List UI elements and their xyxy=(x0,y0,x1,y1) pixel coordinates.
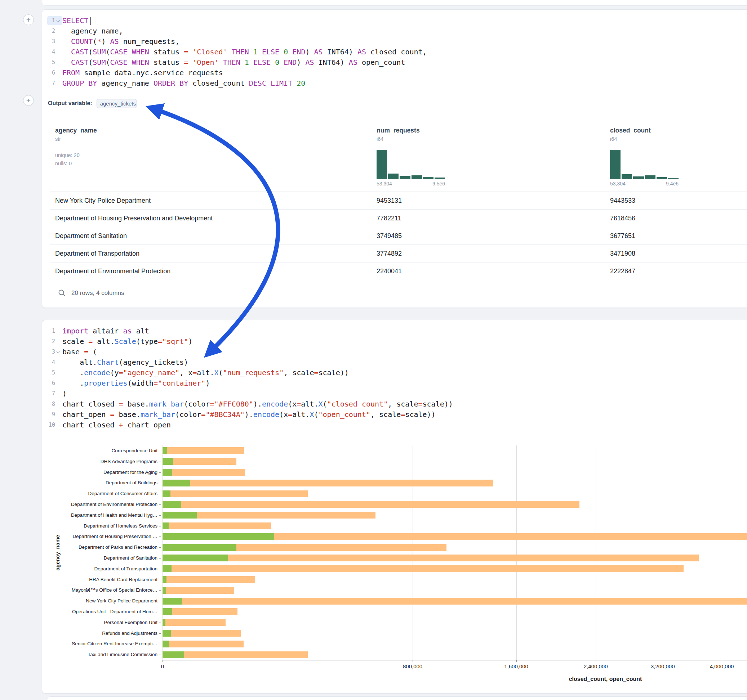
python-code-editor[interactable]: 1import altair as alt2scale = alt.Scale(… xyxy=(42,320,747,430)
add-cell-button[interactable]: + xyxy=(23,14,34,25)
bar-closed_count xyxy=(163,447,244,454)
column-stats: unique: 20nulls: 0 xyxy=(55,151,372,168)
code-line[interactable]: 7GROUP BY agency_name ORDER BY closed_co… xyxy=(42,78,747,89)
code-line[interactable]: 3base = ( xyxy=(42,347,747,357)
table-row[interactable]: Department of Sanitation37494853677651 xyxy=(50,227,747,245)
code-line[interactable]: 4 CAST(SUM(CASE WHEN status = 'Closed' T… xyxy=(42,47,747,57)
bar-closed_count xyxy=(163,565,683,572)
y-axis-label: Department of Transportation xyxy=(47,564,157,574)
code-text: CAST(SUM(CASE WHEN status = 'Open' THEN … xyxy=(55,57,405,68)
table-row[interactable]: Department of Environmental Protection22… xyxy=(50,262,747,280)
column-header-agency_name[interactable]: agency_namestrunique: 20nulls: 0 xyxy=(50,127,372,187)
collapse-chevron-icon[interactable] xyxy=(57,19,60,22)
y-tick xyxy=(159,655,161,655)
code-line[interactable]: 5 .encode(y="agency_name", x=alt.X("num_… xyxy=(42,368,747,378)
bar-closed_count xyxy=(163,480,493,486)
y-tick xyxy=(159,494,161,494)
y-tick xyxy=(159,526,161,527)
x-tick-label: 0 xyxy=(161,663,164,669)
code-line[interactable]: 3 COUNT(*) AS num_requests, xyxy=(42,36,747,47)
column-header-num_requests[interactable]: num_requestsi6453,3049.5e6 xyxy=(372,127,605,187)
table-cell: 7782211 xyxy=(372,214,605,222)
bar-closed_count xyxy=(163,652,308,658)
y-axis-label: Personal Exemption Unit xyxy=(47,617,157,628)
code-text: .encode(y="agency_name", x=alt.X("num_re… xyxy=(55,368,349,378)
bar-closed_count xyxy=(163,555,699,561)
bar-open_count xyxy=(163,512,197,519)
line-number: 4 xyxy=(42,47,55,57)
code-line[interactable]: 10chart_closed + chart_open xyxy=(42,420,747,430)
x-tick-label: 2,400,000 xyxy=(584,663,608,669)
python-cell: 1import altair as alt2scale = alt.Scale(… xyxy=(42,320,747,694)
y-axis-label: Department of Consumer Affairs xyxy=(47,488,157,499)
code-line[interactable]: 7) xyxy=(42,389,747,399)
column-type: str xyxy=(55,136,372,142)
code-line[interactable]: 6 .properties(width="container") xyxy=(42,378,747,389)
line-number: 5 xyxy=(42,368,55,378)
add-cell-button[interactable]: + xyxy=(23,95,34,106)
table-cell: 2240041 xyxy=(372,267,605,275)
gridline xyxy=(722,445,722,660)
bar-closed_count xyxy=(163,501,579,508)
bar-open_count xyxy=(163,565,171,572)
y-axis-label: Department of Environmental Protection xyxy=(47,499,157,510)
y-tick xyxy=(159,472,161,473)
code-line[interactable]: 1SELECT xyxy=(42,15,747,26)
results-table: agency_namestrunique: 20nulls: 0num_requ… xyxy=(50,118,747,280)
histogram-range: 53,3049.5e6 xyxy=(377,181,445,187)
y-axis-label: Refunds and Adjustments xyxy=(47,628,157,639)
code-text: alt.Chart(agency_tickets) xyxy=(55,357,188,368)
table-row[interactable]: New York City Police Department945313194… xyxy=(50,192,747,210)
y-axis-label: Department of Homeless Services xyxy=(47,520,157,531)
bar-open_count xyxy=(163,522,169,530)
code-line[interactable]: 6FROM sample_data.nyc.service_requests xyxy=(42,68,747,78)
bar-closed_count xyxy=(163,576,255,583)
bar-open_count xyxy=(163,619,165,626)
text-cursor xyxy=(91,17,91,25)
bar-open_count xyxy=(163,544,236,551)
code-line[interactable]: 2scale = alt.Scale(type="sqrt") xyxy=(42,336,747,347)
line-number: 9 xyxy=(42,409,55,420)
code-line[interactable]: 9chart_open = base.mark_bar(color="#8BC3… xyxy=(42,409,747,420)
code-line[interactable]: 1import altair as alt xyxy=(42,326,747,336)
y-axis-label: Mayorâ€™s Office of Special Enforce… xyxy=(47,585,157,596)
code-text: scale = alt.Scale(type="sqrt") xyxy=(55,336,192,347)
table-dimensions: 20 rows, 4 columns xyxy=(71,290,124,297)
table-cell: Department of Environmental Protection xyxy=(50,267,372,275)
code-text: .properties(width="container") xyxy=(55,378,210,389)
output-variable-chip[interactable]: agency_tickets xyxy=(97,99,137,108)
code-line[interactable]: 2 agency_name, xyxy=(42,26,747,36)
code-text: ) xyxy=(55,389,67,399)
bar-closed_count xyxy=(163,619,225,626)
code-text: COUNT(*) AS num_requests, xyxy=(55,36,180,47)
y-tick xyxy=(159,601,161,601)
table-cell: 7618456 xyxy=(605,214,747,222)
table-row[interactable]: Department of Housing Preservation and D… xyxy=(50,210,747,227)
code-line[interactable]: 8chart_closed = base.mark_bar(color="#FF… xyxy=(42,399,747,409)
bar-open_count xyxy=(163,458,173,465)
code-text: import altair as alt xyxy=(55,326,149,336)
x-tick-label: 800,000 xyxy=(403,663,422,669)
y-axis-label: Department of Health and Mental Hyg… xyxy=(47,510,157,520)
code-text: base = ( xyxy=(55,347,97,357)
table-cell: 9453131 xyxy=(372,197,605,205)
bar-open_count xyxy=(163,652,184,658)
line-number: 2 xyxy=(42,336,55,347)
search-icon[interactable] xyxy=(58,289,66,297)
code-line[interactable]: 5 CAST(SUM(CASE WHEN status = 'Open' THE… xyxy=(42,57,747,68)
y-axis-label: Department of Sanitation xyxy=(47,553,157,564)
y-tick xyxy=(159,451,161,451)
gridline xyxy=(663,445,663,660)
line-number: 10 xyxy=(42,420,55,430)
y-axis-label: Senior Citizen Rent Increase Exempti… xyxy=(47,638,157,649)
y-tick xyxy=(159,590,161,591)
code-line[interactable]: 4 alt.Chart(agency_tickets) xyxy=(42,357,747,368)
bar-open_count xyxy=(163,533,274,540)
sql-code-editor[interactable]: 1SELECT2 agency_name,3 COUNT(*) AS num_r… xyxy=(42,10,747,89)
column-header-closed_count[interactable]: closed_counti6453,3049.4e6 xyxy=(605,127,747,187)
line-number: 4 xyxy=(42,357,55,368)
table-row[interactable]: Department of Transportation377489234719… xyxy=(50,245,747,262)
y-axis-label: HRA Benefit Card Replacement xyxy=(47,574,157,585)
gridline xyxy=(413,445,413,660)
y-tick xyxy=(159,644,161,644)
